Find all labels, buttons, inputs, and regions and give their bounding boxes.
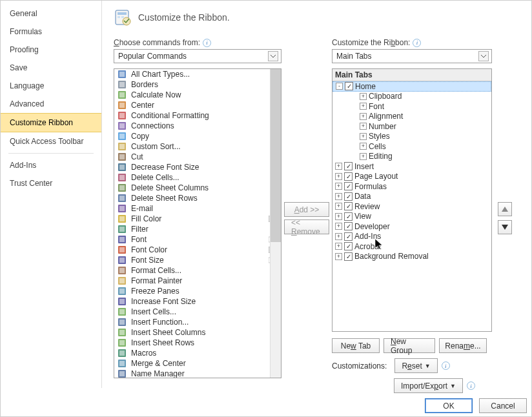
tree-group-item[interactable]: +Clipboard: [332, 92, 491, 102]
tree-tab-item[interactable]: +Add-Ins: [332, 232, 491, 242]
sidebar-item-trust-center[interactable]: Trust Center: [1, 174, 101, 192]
command-item[interactable]: Insert Sheet Rows: [114, 338, 281, 348]
import-export-button[interactable]: Import/Export▼: [394, 378, 463, 393]
remove-button[interactable]: << Remove: [284, 219, 329, 234]
expander-icon[interactable]: +: [360, 143, 367, 150]
expander-icon[interactable]: +: [335, 183, 342, 190]
commands-listbox[interactable]: All Chart Types...BordersCalculate NowCe…: [114, 68, 281, 378]
expander-icon[interactable]: +: [335, 233, 342, 240]
tab-checkbox[interactable]: [344, 232, 353, 241]
command-item[interactable]: Macros: [114, 348, 281, 358]
tree-tab-item[interactable]: +Formulas: [332, 181, 491, 192]
command-item[interactable]: Custom Sort...: [114, 141, 281, 152]
tab-checkbox[interactable]: [345, 82, 353, 90]
expander-icon[interactable]: +: [335, 173, 342, 180]
expander-icon[interactable]: +: [360, 123, 367, 130]
expander-icon[interactable]: +: [335, 243, 342, 250]
info-icon[interactable]: i: [442, 361, 450, 370]
rename-button[interactable]: Rename...: [439, 338, 487, 353]
tree-group-item[interactable]: +Styles: [332, 132, 491, 142]
command-item[interactable]: Merge & Center: [114, 358, 281, 369]
command-item[interactable]: Format Painter: [114, 276, 281, 286]
tab-checkbox[interactable]: [344, 252, 353, 261]
command-item[interactable]: All Chart Types...: [114, 69, 281, 79]
expander-icon[interactable]: +: [335, 253, 342, 260]
expander-icon[interactable]: +: [335, 193, 342, 200]
tab-checkbox[interactable]: [344, 162, 353, 170]
command-item[interactable]: Format Cells...: [114, 265, 281, 276]
expander-icon[interactable]: +: [335, 213, 342, 220]
command-item[interactable]: Filter: [114, 224, 281, 234]
command-item[interactable]: Freeze Panes: [114, 286, 281, 296]
tree-tab-item[interactable]: +Data: [332, 192, 491, 202]
command-item[interactable]: Connections: [114, 121, 281, 131]
command-item[interactable]: Insert Sheet Columns: [114, 327, 281, 338]
sidebar-item-customize-ribbon[interactable]: Customize Ribbon: [1, 113, 101, 132]
expander-icon[interactable]: +: [360, 133, 367, 140]
reset-button[interactable]: Reset▼: [394, 358, 437, 373]
command-item[interactable]: Font Size: [114, 255, 281, 265]
tabs-treebox[interactable]: Main Tabs -Home+Clipboard+Font+Alignment…: [332, 68, 492, 332]
info-icon[interactable]: i: [467, 381, 475, 390]
command-item[interactable]: Increase Font Size: [114, 296, 281, 307]
tree-tab-item[interactable]: +Developer: [332, 221, 491, 232]
tree-tab-item[interactable]: +Page Layout: [332, 172, 491, 182]
info-icon[interactable]: i: [203, 39, 211, 47]
move-down-button[interactable]: [498, 220, 512, 234]
tab-checkbox[interactable]: [344, 182, 353, 190]
tree-tab-item[interactable]: -Home: [332, 81, 491, 92]
commands-scrollbar[interactable]: [270, 69, 281, 378]
tab-checkbox[interactable]: [344, 222, 353, 230]
command-item[interactable]: Insert Function...: [114, 317, 281, 327]
command-item[interactable]: Fill Color: [114, 214, 281, 224]
command-item[interactable]: Name Manager: [114, 369, 281, 378]
tree-group-item[interactable]: +Number: [332, 121, 491, 132]
move-up-button[interactable]: [498, 202, 512, 216]
tab-checkbox[interactable]: [344, 172, 353, 181]
command-item[interactable]: Conditional Formatting: [114, 110, 281, 121]
cancel-button[interactable]: Cancel: [479, 398, 527, 413]
tab-checkbox[interactable]: [344, 192, 353, 201]
expander-icon[interactable]: -: [336, 83, 343, 90]
expander-icon[interactable]: +: [335, 203, 342, 210]
command-item[interactable]: Center: [114, 100, 281, 110]
sidebar-item-addins[interactable]: Add-Ins: [1, 156, 101, 174]
expander-icon[interactable]: +: [335, 223, 342, 230]
sidebar-item-formulas[interactable]: Formulas: [1, 23, 101, 41]
sidebar-item-general[interactable]: General: [1, 5, 101, 23]
ok-button[interactable]: OK: [425, 398, 473, 413]
sidebar-item-proofing[interactable]: Proofing: [1, 41, 101, 59]
tab-checkbox[interactable]: [344, 212, 353, 221]
info-icon[interactable]: i: [413, 39, 421, 47]
expander-icon[interactable]: +: [360, 113, 367, 120]
new-group-button[interactable]: New Group: [384, 338, 435, 353]
command-item[interactable]: Decrease Font Size: [114, 162, 281, 172]
tab-checkbox[interactable]: [344, 242, 353, 250]
command-item[interactable]: Copy: [114, 131, 281, 141]
tab-checkbox[interactable]: [344, 202, 353, 210]
expander-icon[interactable]: +: [360, 153, 367, 160]
tree-group-item[interactable]: +Cells: [332, 141, 491, 152]
expander-icon[interactable]: +: [360, 93, 367, 100]
expander-icon[interactable]: +: [360, 103, 367, 110]
tree-group-item[interactable]: +Alignment: [332, 112, 491, 122]
command-item[interactable]: Delete Cells...: [114, 172, 281, 183]
command-item[interactable]: Font: [114, 234, 281, 245]
customize-ribbon-dropdown[interactable]: Main Tabs: [332, 49, 492, 63]
sidebar-item-language[interactable]: Language: [1, 77, 101, 95]
sidebar-item-quick-access[interactable]: Quick Access Toolbar: [1, 132, 101, 150]
tree-tab-item[interactable]: +Review: [332, 201, 491, 212]
tree-tab-item[interactable]: +Background Removal: [332, 252, 491, 262]
command-item[interactable]: Calculate Now: [114, 90, 281, 100]
tree-group-item[interactable]: +Editing: [332, 152, 491, 162]
tree-group-item[interactable]: +Font: [332, 101, 491, 112]
command-item[interactable]: Insert Cells...: [114, 307, 281, 317]
tree-tab-item[interactable]: +View: [332, 212, 491, 222]
new-tab-button[interactable]: New Tab: [332, 338, 380, 353]
command-item[interactable]: Borders: [114, 79, 281, 90]
tree-tab-item[interactable]: +Acrobat: [332, 241, 491, 252]
command-item[interactable]: Delete Sheet Columns: [114, 183, 281, 193]
add-button[interactable]: Add >>: [284, 202, 329, 217]
choose-commands-dropdown[interactable]: Popular Commands: [114, 49, 281, 63]
sidebar-item-advanced[interactable]: Advanced: [1, 95, 101, 113]
